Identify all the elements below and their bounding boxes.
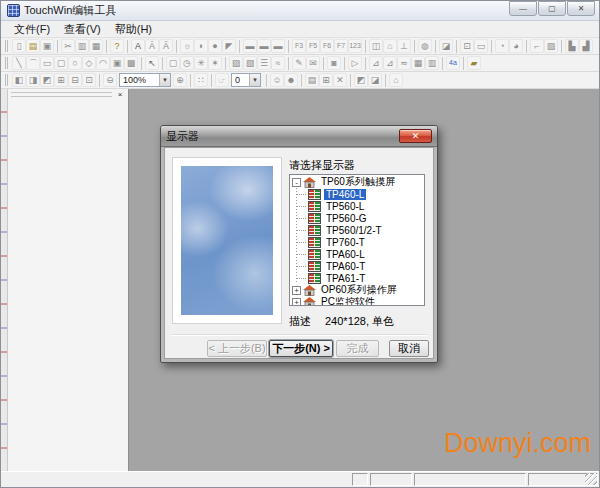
column-table-button[interactable]: ▥ <box>425 56 439 70</box>
zoom-in-button[interactable]: ⊕ <box>173 73 187 87</box>
shield-part-button[interactable]: ◙ <box>327 56 341 70</box>
close-button[interactable]: ✕ <box>567 1 595 16</box>
panel-close-icon[interactable]: × <box>115 90 125 99</box>
shape-button[interactable]: ◗ <box>194 39 208 53</box>
f3-key-button[interactable]: F3 <box>292 39 306 53</box>
f6-key-button[interactable]: F6 <box>320 39 334 53</box>
indicator-button[interactable]: ◍ <box>418 39 432 53</box>
new-file-button[interactable]: ▯ <box>12 39 26 53</box>
list-part-button[interactable]: ☰ <box>257 56 271 70</box>
tree-item-row[interactable]: TP560-G <box>292 212 424 224</box>
save-button[interactable]: ▣ <box>40 39 54 53</box>
open-screen-button[interactable]: ⊞ <box>319 73 333 87</box>
minimize-button[interactable]: — <box>509 1 537 16</box>
image-button[interactable]: ◫ <box>369 39 383 53</box>
screen-up-button[interactable]: ◩ <box>354 73 368 87</box>
f7-key-button[interactable]: F7 <box>334 39 348 53</box>
xy-chart-button[interactable]: ⊿ <box>383 56 397 70</box>
download-button[interactable]: ⊥ <box>397 39 411 53</box>
zoom-out-button[interactable]: ⊖ <box>103 73 117 87</box>
align-right-button[interactable]: ◩ <box>40 73 54 87</box>
zoom-level-combo[interactable]: 100%▾ <box>119 73 171 87</box>
wave-part-button[interactable]: ≈ <box>271 56 285 70</box>
display-tree[interactable]: - TP60系列触摸屏 TP460-L TP560-L TP560-G TP56… <box>289 174 425 306</box>
f5-key-button[interactable]: F5 <box>306 39 320 53</box>
dialog-close-button[interactable]: ✕ <box>399 129 432 143</box>
tree-group-row[interactable]: - TP60系列触摸屏 <box>292 176 424 188</box>
tree-expand-toggle[interactable]: + <box>292 298 301 307</box>
filled-rect-button[interactable]: ▣ <box>110 56 124 70</box>
tree-item-row[interactable]: TPA60-T <box>292 260 424 272</box>
polygon-tool-button[interactable]: ◇ <box>82 56 96 70</box>
window-button[interactable]: ⊡ <box>460 39 474 53</box>
align-top-button[interactable]: ⊞ <box>54 73 68 87</box>
variable-text-button[interactable]: Ä <box>159 39 173 53</box>
tree-item-row[interactable]: TP760-T <box>292 236 424 248</box>
hatch-button[interactable]: ▨ <box>544 39 558 53</box>
pie-button-2[interactable]: ◕ <box>509 39 523 53</box>
dynamic-text-button[interactable]: Ā <box>145 39 159 53</box>
open-file-button[interactable]: ▤ <box>26 39 40 53</box>
dialog-title-bar[interactable]: 显示器 ✕ <box>161 126 437 147</box>
photo-part-button[interactable]: ▧ <box>243 56 257 70</box>
chevron-down-icon[interactable]: ▾ <box>249 74 260 86</box>
grid-table-button[interactable]: ▦ <box>411 56 425 70</box>
roundrect-tool-button[interactable]: ▢ <box>54 56 68 70</box>
resize-grip[interactable] <box>585 473 597 485</box>
pen-part-button[interactable]: ✎ <box>292 56 306 70</box>
bitmap-button[interactable]: ▩ <box>124 56 138 70</box>
eraser-button[interactable]: ◪ <box>439 39 453 53</box>
maximize-button[interactable]: ▢ <box>538 1 566 16</box>
pointer-tool-button[interactable]: ↖ <box>145 56 159 70</box>
new-screen-button[interactable]: ▤ <box>305 73 319 87</box>
copy-button[interactable]: ▥ <box>75 39 89 53</box>
tree-expand-toggle[interactable]: + <box>292 286 301 295</box>
lamp-button[interactable]: ☼ <box>180 39 194 53</box>
corner-button[interactable]: ⌐ <box>530 39 544 53</box>
align-center-button[interactable]: ◨ <box>26 73 40 87</box>
tree-item-row[interactable]: TP560-L <box>292 200 424 212</box>
delete-screen-button[interactable]: ✕ <box>333 73 347 87</box>
align-bottom-button[interactable]: ⊡ <box>82 73 96 87</box>
chevron-down-icon[interactable]: ▾ <box>159 74 170 86</box>
rect-tool-button[interactable]: ▭ <box>40 56 54 70</box>
play-part-button[interactable]: ▷ <box>348 56 362 70</box>
face-button-1[interactable]: ☺ <box>270 73 284 87</box>
panel-grip[interactable]: × <box>8 89 128 100</box>
bar-button-1[interactable]: ▬ <box>243 39 257 53</box>
paste-button[interactable]: ▦ <box>89 39 103 53</box>
fourcolor-button[interactable]: 4a <box>446 56 460 70</box>
tree-group-row[interactable]: + PC监控软件 <box>292 296 424 306</box>
cut-button[interactable]: ✂ <box>61 39 75 53</box>
align-middle-button[interactable]: ⊟ <box>68 73 82 87</box>
bar-button-3[interactable]: ▬ <box>271 39 285 53</box>
hand-tool-button[interactable]: ☞ <box>215 73 229 87</box>
fan-part-button[interactable]: ✳ <box>194 56 208 70</box>
grid-toggle-button[interactable]: ∷ <box>194 73 208 87</box>
dome-tool-button[interactable]: ◠ <box>96 56 110 70</box>
monitor-button[interactable]: ▭ <box>474 39 488 53</box>
line-tool-button[interactable]: ╲ <box>12 56 26 70</box>
trend-chart-button[interactable]: ⊿ <box>369 56 383 70</box>
bar-button-2[interactable]: ▬ <box>257 39 271 53</box>
circle-button[interactable]: ● <box>208 39 222 53</box>
burst-part-button[interactable]: ✶ <box>208 56 222 70</box>
chart-button-1[interactable]: ▙ <box>565 39 579 53</box>
ellipse-tool-button[interactable]: ○ <box>68 56 82 70</box>
toolbox-button[interactable]: ▰ <box>467 56 481 70</box>
flag-button[interactable]: ◤ <box>222 39 236 53</box>
menu-help[interactable]: 帮助(H) <box>108 21 159 38</box>
menu-view[interactable]: 查看(V) <box>57 21 108 38</box>
cancel-button[interactable]: 取消 <box>389 340 429 357</box>
tree-expand-toggle[interactable]: - <box>292 178 301 187</box>
next-button[interactable]: 下一步(N) > <box>269 340 333 357</box>
clock-part-button[interactable]: ◷ <box>180 56 194 70</box>
project-button[interactable]: ⌂ <box>389 73 403 87</box>
numeric-keys-button[interactable]: 123 <box>348 39 362 53</box>
pie-button-1[interactable]: ◔ <box>495 39 509 53</box>
level-button[interactable]: ≂ <box>397 56 411 70</box>
chart-button-2[interactable]: ▟ <box>579 39 593 53</box>
mail-part-button[interactable]: ✉ <box>306 56 320 70</box>
hatch-part-button[interactable]: ▨ <box>229 56 243 70</box>
menu-file[interactable]: 文件(F) <box>7 21 57 38</box>
